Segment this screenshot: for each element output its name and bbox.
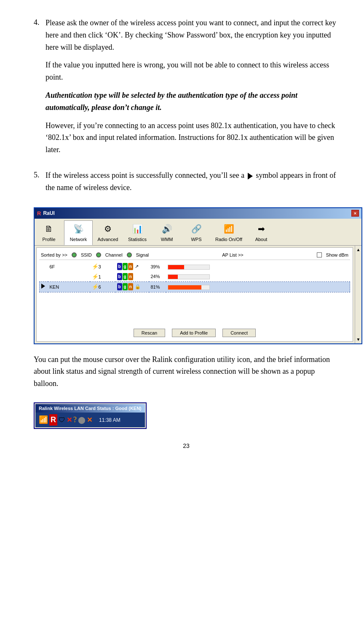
item-5-text: If the wireless access point is successf… bbox=[46, 169, 339, 194]
tab-radio-label: Radio On/Off bbox=[215, 236, 242, 243]
ssid-cell: 6F bbox=[48, 262, 90, 272]
arrow-right-icon bbox=[248, 173, 253, 180]
statistics-icon: 📊 bbox=[132, 222, 143, 235]
table-row[interactable]: 6F ⚡3 bgn ↗ 39% bbox=[40, 262, 350, 272]
badges-cell: bgn 🔒 bbox=[115, 282, 149, 292]
channel-radio bbox=[96, 252, 101, 257]
tab-profile-label: Profile bbox=[42, 236, 55, 243]
wps-icon: 🔗 bbox=[191, 222, 202, 235]
table-row[interactable]: KEN ⚡6 bgn 🔒 81% bbox=[40, 282, 350, 292]
signal-label: Signal bbox=[136, 252, 149, 259]
about-icon: ➡ bbox=[258, 222, 265, 235]
raui-window: R RaUI × 🗎 Profile 📡 Network ⚙ Advanced … bbox=[34, 207, 362, 344]
signal-bar-cell bbox=[166, 262, 350, 272]
channel-cell: ⚡3 bbox=[90, 262, 115, 272]
ssid-radio bbox=[72, 252, 77, 257]
profile-icon: 🗎 bbox=[45, 222, 53, 235]
show-dbm-label: Show dBm bbox=[326, 252, 348, 259]
ap-table: 6F ⚡3 bgn ↗ 39% bbox=[39, 262, 350, 292]
ralink-r-icon: R bbox=[49, 414, 57, 426]
ssid-cell: KEN bbox=[48, 282, 90, 292]
raui-tabs: 🗎 Profile 📡 Network ⚙ Advanced 📊 Statist… bbox=[35, 219, 361, 246]
badges-cell: bgn ↗ bbox=[115, 262, 149, 272]
page-number: 23 bbox=[34, 442, 339, 450]
taskbar-popup-title: Ralink Wireless LAN Card Status : Good (… bbox=[35, 404, 145, 413]
taskbar-time: 11:38 AM bbox=[99, 416, 120, 424]
item-5-number: 5. bbox=[34, 169, 46, 200]
x-red-icon: ✕ bbox=[67, 415, 72, 425]
selected-row-arrow bbox=[41, 284, 45, 289]
empty-space bbox=[39, 292, 350, 326]
add-to-profile-button[interactable]: Add to Profile bbox=[172, 329, 216, 337]
rescan-button[interactable]: Rescan bbox=[134, 329, 165, 337]
taskbar-popup-container: Ralink Wireless LAN Card Status : Good (… bbox=[34, 397, 339, 429]
tab-network[interactable]: 📡 Network bbox=[64, 220, 93, 245]
shield-icon: 🛡 bbox=[59, 415, 65, 425]
scroll-up-arrow[interactable]: ▲ bbox=[356, 246, 361, 254]
tab-about-label: About bbox=[255, 236, 268, 243]
signal-pct-cell: 81% bbox=[149, 282, 166, 292]
raui-body: Sorted by >> SSID Channel Signal AP List… bbox=[36, 247, 353, 342]
tab-wps-label: WPS bbox=[191, 236, 201, 243]
taskbar-popup-body: 📶 R 🛡 ✕ ? ⬤ ✕ 11:38 AM bbox=[35, 413, 145, 427]
show-dbm-checkbox[interactable] bbox=[317, 252, 322, 257]
taskbar-icons: 📶 R 🛡 ✕ ? ⬤ ✕ bbox=[39, 414, 92, 426]
tab-wmm[interactable]: 🔊 WMM bbox=[153, 220, 181, 245]
titlebar-left: R RaUI bbox=[37, 209, 55, 218]
tab-network-label: Network bbox=[70, 236, 87, 243]
para-after-window: You can put the mouse cursor over the Ra… bbox=[34, 354, 339, 390]
channel-label: Channel bbox=[105, 252, 123, 259]
tab-wmm-label: WMM bbox=[161, 236, 173, 243]
tab-wps[interactable]: 🔗 WPS bbox=[182, 220, 211, 245]
ap-list-label: AP List >> bbox=[153, 252, 313, 259]
scroll-down-arrow[interactable]: ▼ bbox=[356, 335, 361, 343]
raui-buttons: Rescan Add to Profile Connect bbox=[39, 326, 350, 339]
raui-toolbar: Sorted by >> SSID Channel Signal AP List… bbox=[39, 250, 350, 260]
scrollbar[interactable]: ▲ ▼ bbox=[355, 246, 361, 343]
wmm-icon: 🔊 bbox=[162, 222, 172, 235]
ssid-label: SSID bbox=[81, 252, 92, 259]
tab-advanced-label: Advanced bbox=[98, 236, 118, 243]
item-4-para3: Authentication type will be selected by … bbox=[46, 89, 339, 114]
signal-radio bbox=[127, 252, 132, 257]
item-4-para1: Please ask the owner of the wireless acc… bbox=[46, 17, 339, 53]
signal-pct-cell: 39% bbox=[149, 262, 166, 272]
circle-icon: ⬤ bbox=[78, 415, 86, 425]
raui-logo: R bbox=[37, 209, 41, 218]
item-4-para2: If the value you inputted here is wrong,… bbox=[46, 59, 339, 83]
ssid-cell bbox=[48, 272, 90, 282]
wifi-signal-icon: 📶 bbox=[39, 414, 48, 426]
network-icon: 📡 bbox=[73, 222, 84, 235]
table-row[interactable]: ⚡1 bgn 24% bbox=[40, 272, 350, 282]
tab-advanced[interactable]: ⚙ Advanced bbox=[94, 220, 122, 245]
connect-button[interactable]: Connect bbox=[222, 329, 256, 337]
x-orange-icon: ✕ bbox=[87, 415, 92, 425]
tab-profile[interactable]: 🗎 Profile bbox=[35, 220, 63, 245]
signal-pct-cell: 24% bbox=[149, 272, 166, 282]
signal-bar-cell bbox=[166, 282, 350, 292]
channel-cell: ⚡6 bbox=[90, 282, 115, 292]
item-4-number: 4. bbox=[34, 17, 46, 162]
close-button[interactable]: × bbox=[351, 210, 359, 217]
badges-cell: bgn bbox=[115, 272, 149, 282]
tab-about[interactable]: ➡ About bbox=[247, 220, 276, 245]
tab-radio-onoff[interactable]: 📶 Radio On/Off bbox=[211, 220, 246, 245]
taskbar-popup: Ralink Wireless LAN Card Status : Good (… bbox=[34, 402, 147, 429]
tab-statistics-label: Statistics bbox=[128, 236, 147, 243]
radio-icon: 📶 bbox=[224, 222, 234, 235]
sorted-by-label: Sorted by >> bbox=[41, 252, 67, 259]
raui-titlebar: R RaUI × bbox=[35, 208, 361, 219]
advanced-icon: ⚙ bbox=[104, 222, 112, 235]
raui-title: RaUI bbox=[43, 209, 54, 217]
tab-statistics[interactable]: 📊 Statistics bbox=[123, 220, 152, 245]
question-icon: ? bbox=[73, 414, 77, 426]
signal-bar-cell bbox=[166, 272, 350, 282]
item-4-para4: However, if you’re connecting to an acce… bbox=[46, 120, 339, 156]
channel-cell: ⚡1 bbox=[90, 272, 115, 282]
